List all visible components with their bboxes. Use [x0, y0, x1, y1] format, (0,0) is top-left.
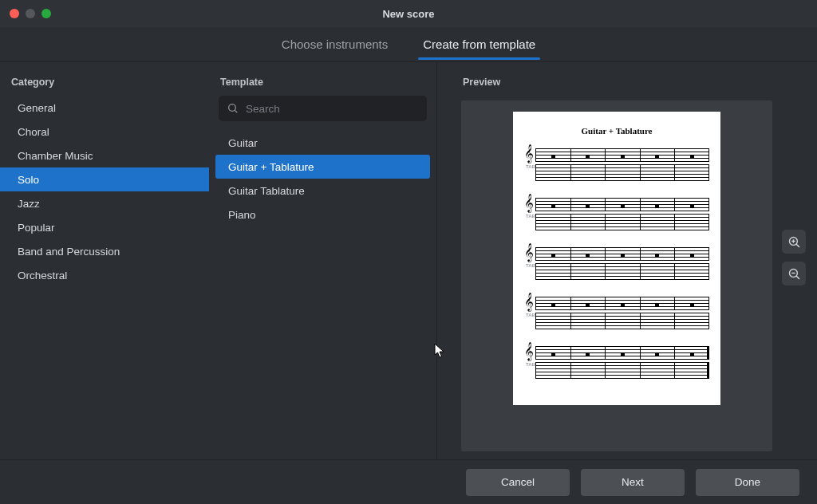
preview-panel: Preview Guitar + Tablature 𝄞 TAB 𝄞 TAB 𝄞… [437, 62, 817, 459]
category-item-orchestral[interactable]: Orchestral [0, 263, 209, 287]
category-heading: Category [11, 77, 198, 88]
done-button[interactable]: Done [696, 469, 799, 496]
minimize-window-button[interactable] [26, 9, 35, 18]
category-item-choral[interactable]: Choral [0, 120, 209, 144]
zoom-out-icon [787, 267, 801, 281]
main-tabs: Choose instruments Create from template [0, 27, 817, 62]
preview-heading: Preview [463, 77, 806, 88]
preview-system: 𝄞 TAB [524, 343, 709, 381]
close-window-button[interactable] [10, 9, 19, 18]
svg-line-1 [235, 110, 237, 112]
category-item-solo[interactable]: Solo [0, 167, 209, 191]
window-title: New score [0, 8, 817, 20]
preview-system: 𝄞 TAB [524, 195, 709, 233]
category-panel: Category General Choral Chamber Music So… [0, 62, 209, 459]
preview-viewport[interactable]: Guitar + Tablature 𝄞 TAB 𝄞 TAB 𝄞 TAB 𝄞 T… [461, 100, 772, 451]
cancel-button[interactable]: Cancel [466, 469, 570, 496]
footer-buttons: Cancel Next Done [0, 459, 817, 504]
tab-create-from-template[interactable]: Create from template [421, 30, 537, 59]
template-item-piano[interactable]: Piano [215, 203, 430, 226]
template-item-guitar-tablature[interactable]: Guitar Tablature [215, 179, 430, 203]
svg-point-0 [229, 104, 236, 112]
template-item-guitar[interactable]: Guitar [215, 131, 430, 155]
maximize-window-button[interactable] [41, 9, 51, 18]
zoom-in-icon [787, 235, 801, 249]
preview-system: 𝄞 TAB [524, 293, 709, 332]
tab-choose-instruments[interactable]: Choose instruments [280, 30, 389, 59]
zoom-out-button[interactable] [782, 262, 806, 285]
preview-page-title: Guitar + Tablature [524, 126, 709, 136]
next-button[interactable]: Next [581, 469, 685, 496]
template-panel: Template Guitar Guitar + Tablature Guita… [209, 62, 437, 459]
category-item-chamber-music[interactable]: Chamber Music [0, 144, 209, 167]
category-item-jazz[interactable]: Jazz [0, 191, 209, 215]
preview-system: 𝄞 TAB [524, 145, 709, 183]
category-item-band-and-percussion[interactable]: Band and Percussion [0, 239, 209, 263]
zoom-controls [782, 230, 806, 285]
window-controls [10, 9, 51, 18]
category-item-general[interactable]: General [0, 96, 209, 120]
category-item-popular[interactable]: Popular [0, 215, 209, 239]
preview-page: Guitar + Tablature 𝄞 TAB 𝄞 TAB 𝄞 TAB 𝄞 T… [513, 112, 720, 405]
template-search-input[interactable] [219, 96, 427, 121]
title-bar: New score [0, 0, 817, 27]
zoom-in-button[interactable] [782, 230, 806, 254]
preview-system: 𝄞 TAB [524, 244, 709, 282]
template-heading: Template [220, 77, 425, 88]
search-icon [227, 102, 239, 115]
template-item-guitar-tablature-combo[interactable]: Guitar + Tablature [215, 155, 430, 179]
svg-line-7 [795, 275, 799, 278]
svg-line-3 [795, 243, 799, 246]
